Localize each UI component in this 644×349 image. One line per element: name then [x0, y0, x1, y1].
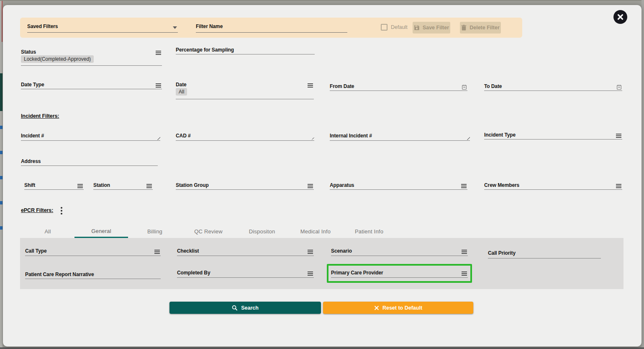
incident-type-label: Incident Type	[484, 132, 516, 138]
from-date-field[interactable]: From Date	[330, 83, 467, 91]
status-label: Status	[21, 49, 36, 55]
call-type-field[interactable]: Call Type	[25, 248, 161, 256]
hamburger-icon[interactable]	[308, 273, 313, 274]
tab-all[interactable]: All	[21, 225, 74, 238]
to-date-label: To Date	[484, 83, 502, 89]
date-type-field[interactable]: Date Type	[21, 82, 162, 89]
underlying-page-edge	[0, 0, 3, 349]
cad-number-label: CAD #	[176, 133, 191, 139]
tab-billing[interactable]: Billing	[128, 225, 182, 238]
apparatus-label: Apparatus	[330, 182, 354, 188]
reset-button-label: Reset to Default	[382, 305, 422, 311]
saved-filters-label: Saved Filters	[27, 23, 58, 29]
hamburger-icon[interactable]	[154, 251, 160, 252]
tab-medical-info[interactable]: Medical Info	[289, 225, 342, 238]
hamburger-icon[interactable]	[616, 186, 621, 186]
incident-number-label: Incident #	[21, 133, 44, 139]
floppy-disk-icon	[414, 25, 420, 31]
checklist-label: Checklist	[177, 248, 199, 254]
station-label: Station	[93, 182, 110, 188]
incident-number-field[interactable]: Incident #	[21, 133, 160, 141]
default-checkbox-label: Default	[391, 24, 408, 30]
trash-icon	[461, 25, 467, 31]
magnifier-icon	[232, 305, 238, 311]
to-date-field[interactable]: To Date	[484, 83, 622, 91]
tab-dispositon[interactable]: Dispositon	[235, 225, 289, 238]
internal-incident-number-field[interactable]: Internal Incident #	[330, 133, 470, 141]
internal-incident-number-label: Internal Incident #	[330, 133, 372, 139]
resize-handle-icon[interactable]	[310, 136, 314, 140]
hamburger-icon[interactable]	[146, 186, 152, 186]
scenario-label: Scenario	[331, 248, 352, 254]
search-button-label: Search	[241, 305, 259, 311]
hamburger-icon[interactable]	[77, 186, 83, 186]
underlying-page-edge	[0, 0, 644, 1]
kebab-menu-icon[interactable]	[59, 207, 64, 215]
tab-general[interactable]: General	[74, 225, 128, 238]
status-field[interactable]: Status Locked(Completed-Approved)	[21, 49, 162, 66]
from-date-label: From Date	[330, 83, 354, 89]
filter-name-label: Filter Name	[196, 23, 223, 29]
tab-patient-info[interactable]: Patient Info	[342, 225, 396, 238]
default-checkbox[interactable]	[381, 24, 387, 31]
date-label: Date	[176, 82, 187, 88]
station-group-field[interactable]: Station Group	[176, 182, 314, 190]
reset-to-default-button[interactable]: Reset to Default	[323, 302, 473, 314]
save-filter-label: Save Filter	[423, 25, 449, 31]
completed-by-label: Completed By	[177, 270, 210, 276]
saved-filters-bar: Saved Filters Filter Name Default Save F…	[20, 18, 522, 38]
call-priority-field[interactable]: Call Priority	[488, 250, 601, 259]
apparatus-field[interactable]: Apparatus	[330, 182, 467, 190]
date-chip[interactable]: All	[176, 88, 187, 96]
pcr-narrative-field[interactable]: Patient Care Report Narrative	[25, 271, 161, 279]
filter-dialog: Saved Filters Filter Name Default Save F…	[3, 5, 641, 346]
save-filter-button[interactable]: Save Filter	[413, 22, 450, 34]
completed-by-field[interactable]: Completed By	[177, 270, 314, 278]
pcr-narrative-label: Patient Care Report Narrative	[25, 271, 94, 277]
incident-filters-heading: Incident Filters:	[21, 113, 59, 119]
delete-filter-label: Delete Filter	[470, 25, 500, 31]
tab-qc-review[interactable]: QC Review	[182, 225, 235, 238]
shift-label: Shift	[24, 182, 35, 188]
saved-filters-select[interactable]: Saved Filters	[27, 23, 178, 33]
search-button[interactable]: Search	[169, 302, 321, 314]
underlying-page-edge	[641, 0, 644, 349]
close-icon	[617, 14, 623, 20]
hamburger-icon[interactable]	[308, 85, 313, 86]
percentage-for-sampling-field[interactable]: Percentage for Sampling	[176, 47, 315, 54]
hamburger-icon[interactable]	[616, 135, 621, 136]
hamburger-icon[interactable]	[461, 186, 467, 186]
filter-name-input[interactable]: Filter Name	[196, 23, 347, 33]
status-chip[interactable]: Locked(Completed-Approved)	[21, 55, 94, 63]
close-button[interactable]	[613, 10, 627, 24]
resize-handle-icon[interactable]	[156, 136, 160, 140]
hamburger-icon[interactable]	[156, 85, 161, 86]
crew-members-field[interactable]: Crew Members	[484, 182, 622, 190]
epcr-general-panel: Call Type Checklist Scenario Call Priori…	[20, 238, 623, 289]
hamburger-icon[interactable]	[308, 186, 313, 186]
chevron-down-icon	[173, 26, 177, 29]
station-field[interactable]: Station	[93, 182, 153, 190]
hamburger-icon[interactable]	[462, 273, 467, 274]
hamburger-icon[interactable]	[308, 251, 313, 252]
underlying-page-edge	[0, 347, 644, 349]
cad-number-field[interactable]: CAD #	[176, 133, 314, 141]
calendar-icon[interactable]	[617, 84, 621, 91]
checklist-field[interactable]: Checklist	[177, 248, 314, 256]
delete-filter-button[interactable]: Delete Filter	[460, 22, 501, 34]
scenario-field[interactable]: Scenario	[331, 248, 468, 256]
shift-field[interactable]: Shift	[24, 182, 84, 190]
resize-handle-icon[interactable]	[466, 136, 470, 140]
station-group-label: Station Group	[176, 182, 209, 188]
calendar-icon[interactable]	[462, 84, 467, 91]
date-field[interactable]: Date All	[176, 82, 314, 99]
incident-type-field[interactable]: Incident Type	[484, 132, 622, 140]
hamburger-icon[interactable]	[156, 52, 161, 53]
primary-care-provider-field[interactable]: Primary Care Provider	[331, 270, 468, 278]
primary-care-provider-label: Primary Care Provider	[331, 270, 383, 276]
epcr-filters-heading: ePCR Filters:	[21, 207, 53, 213]
call-priority-label: Call Priority	[488, 250, 516, 256]
address-field[interactable]: Address	[21, 158, 158, 166]
epcr-tabs: All General Billing QC Review Dispositon…	[21, 225, 396, 238]
hamburger-icon[interactable]	[462, 251, 467, 252]
